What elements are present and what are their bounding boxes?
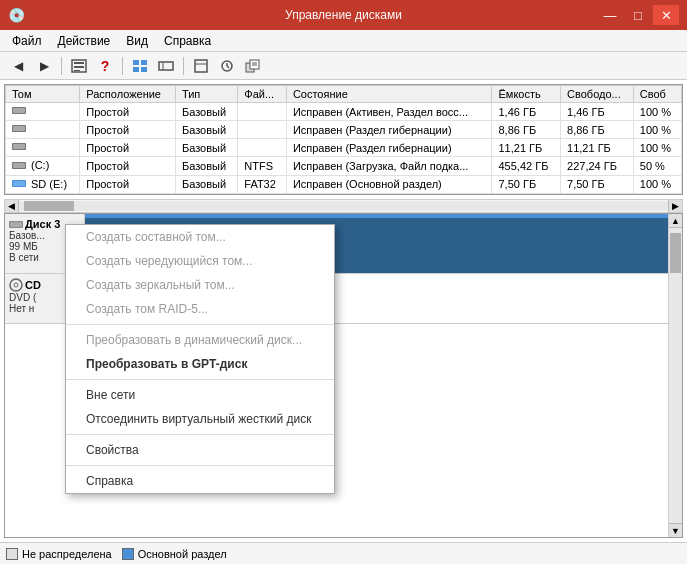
menu-file[interactable]: Файл	[4, 32, 50, 50]
cell-loc: Простой	[80, 103, 176, 121]
context-menu-sep-5	[66, 379, 334, 380]
svg-rect-7	[141, 67, 147, 72]
context-menu-item-3: Создать том RAID-5...	[66, 297, 334, 321]
maximize-button[interactable]: □	[625, 5, 651, 25]
toolbar-sep3	[183, 57, 184, 75]
close-button[interactable]: ✕	[653, 5, 679, 25]
context-menu-item-8[interactable]: Свойства	[66, 438, 334, 462]
title-bar-controls: — □ ✕	[597, 5, 679, 25]
menu-help[interactable]: Справка	[156, 32, 219, 50]
table-row[interactable]: Простой Базовый Исправен (Активен, Разде…	[6, 103, 682, 121]
cell-free: 7,50 ГБ	[561, 175, 634, 194]
main-content: Том Расположение Тип Фай... Состояние Ём…	[0, 80, 687, 542]
help-button[interactable]: ?	[93, 55, 117, 77]
context-menu-item-5[interactable]: Преобразовать в GPT-диск	[66, 352, 334, 376]
col-tom[interactable]: Том	[6, 86, 80, 103]
cell-fs: NTFS	[238, 157, 287, 176]
cd-icon	[9, 278, 23, 292]
btn4[interactable]	[154, 55, 178, 77]
context-menu-item-7[interactable]: Отсоединить виртуальный жесткий диск	[66, 407, 334, 431]
svg-rect-4	[133, 60, 139, 65]
svg-rect-20	[13, 108, 25, 113]
disk-table-container[interactable]: Том Расположение Тип Фай... Состояние Ём…	[4, 84, 683, 195]
svg-rect-24	[13, 144, 25, 149]
back-button[interactable]: ◀	[6, 55, 30, 77]
cell-fs	[238, 121, 287, 139]
col-free[interactable]: Свободо...	[561, 86, 634, 103]
context-menu-item-9[interactable]: Справка	[66, 469, 334, 493]
context-menu-item-6[interactable]: Вне сети	[66, 383, 334, 407]
partition-top-bar	[85, 214, 681, 218]
btn7[interactable]	[241, 55, 265, 77]
menu-view[interactable]: Вид	[118, 32, 156, 50]
context-menu-item-1: Создать чередующийся том...	[66, 249, 334, 273]
legend-primary-label: Основной раздел	[138, 548, 227, 560]
cell-cap: 1,46 ГБ	[492, 103, 561, 121]
table-row[interactable]: Простой Базовый Исправен (Раздел гиберна…	[6, 139, 682, 157]
forward-button[interactable]: ▶	[32, 55, 56, 77]
cell-free: 1,46 ГБ	[561, 103, 634, 121]
cell-pct: 100 %	[633, 139, 681, 157]
cell-type: Базовый	[175, 103, 237, 121]
btn6[interactable]	[215, 55, 239, 77]
vert-track	[669, 228, 682, 523]
context-menu-sep-3	[66, 324, 334, 325]
minimize-button[interactable]: —	[597, 5, 623, 25]
legend-unallocated-label: Не распределена	[22, 548, 112, 560]
cell-vol: (C:)	[6, 157, 80, 176]
scroll-left-btn[interactable]: ◀	[5, 200, 19, 212]
app-icon: 💿	[8, 7, 25, 23]
context-menu-sep-7	[66, 434, 334, 435]
col-status[interactable]: Состояние	[286, 86, 492, 103]
btn3[interactable]	[128, 55, 152, 77]
col-type[interactable]: Тип	[175, 86, 237, 103]
toolbar-sep1	[61, 57, 62, 75]
scroll-up-btn[interactable]: ▲	[669, 214, 682, 228]
disk-visual-area: Диск 3 Базов... 99 МБ В сети CD DVD (	[4, 213, 683, 538]
title-bar: 💿 Управление дисками — □ ✕	[0, 0, 687, 30]
cell-loc: Простой	[80, 175, 176, 194]
cell-vol: SD (E:)	[6, 175, 80, 194]
cell-cap: 455,42 ГБ	[492, 157, 561, 176]
cell-loc: Простой	[80, 139, 176, 157]
col-location[interactable]: Расположение	[80, 86, 176, 103]
cell-free: 8,86 ГБ	[561, 121, 634, 139]
btn5[interactable]	[189, 55, 213, 77]
table-row[interactable]: SD (E:) Простой Базовый FAT32 Исправен (…	[6, 175, 682, 194]
toolbar-sep2	[122, 57, 123, 75]
svg-rect-30	[10, 222, 22, 227]
vert-thumb	[670, 233, 681, 273]
vert-scrollbar[interactable]: ▲ ▼	[668, 214, 682, 537]
context-menu-sep-8	[66, 465, 334, 466]
col-cap[interactable]: Ёмкость	[492, 86, 561, 103]
cell-type: Базовый	[175, 175, 237, 194]
menu-action[interactable]: Действие	[50, 32, 119, 50]
up-button[interactable]	[67, 55, 91, 77]
cell-status: Исправен (Основной раздел)	[286, 175, 492, 194]
cell-status: Исправен (Загрузка, Файл подка...	[286, 157, 492, 176]
horiz-scrollbar[interactable]: ◀ ▶	[4, 199, 683, 213]
scroll-right-btn[interactable]: ▶	[668, 200, 682, 212]
col-fs[interactable]: Фай...	[238, 86, 287, 103]
cell-status: Исправен (Раздел гибернации)	[286, 139, 492, 157]
scroll-thumb	[24, 201, 74, 211]
legend-box-primary	[122, 548, 134, 560]
context-menu-item-4: Преобразовать в динамический диск...	[66, 328, 334, 352]
cell-loc: Простой	[80, 121, 176, 139]
cell-fs	[238, 139, 287, 157]
disk-table: Том Расположение Тип Фай... Состояние Ём…	[5, 85, 682, 194]
scroll-track[interactable]	[19, 201, 668, 211]
table-row[interactable]: Простой Базовый Исправен (Раздел гиберна…	[6, 121, 682, 139]
cell-free: 11,21 ГБ	[561, 139, 634, 157]
cell-pct: 50 %	[633, 157, 681, 176]
col-pct[interactable]: Своб	[633, 86, 681, 103]
table-row[interactable]: (C:) Простой Базовый NTFS Исправен (Загр…	[6, 157, 682, 176]
status-bar: Не распределена Основной раздел	[0, 542, 687, 564]
cd-title: CD	[25, 279, 41, 291]
context-menu-item-2: Создать зеркальный том...	[66, 273, 334, 297]
cell-type: Базовый	[175, 121, 237, 139]
cell-cap: 7,50 ГБ	[492, 175, 561, 194]
svg-line-14	[227, 66, 229, 68]
cell-pct: 100 %	[633, 175, 681, 194]
scroll-down-btn[interactable]: ▼	[669, 523, 682, 537]
